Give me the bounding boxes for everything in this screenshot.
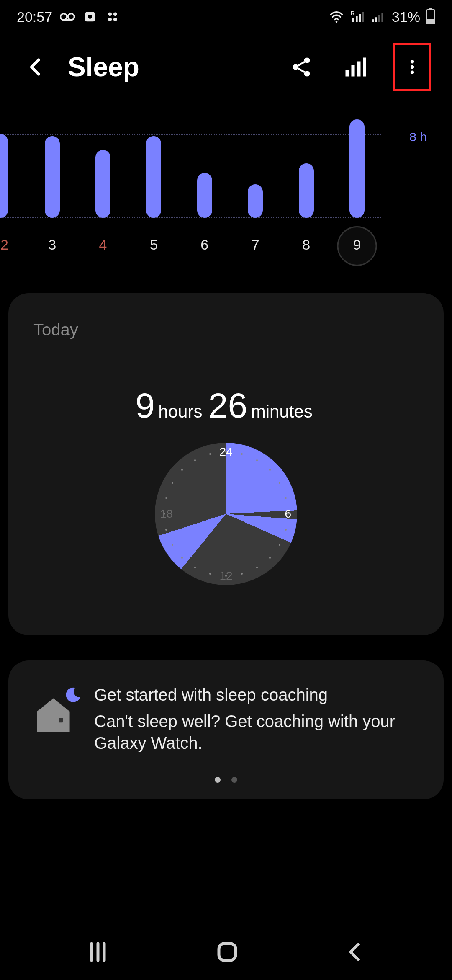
- svg-point-28: [411, 60, 414, 63]
- clock-tick: [194, 567, 196, 568]
- svg-point-20: [293, 64, 299, 70]
- svg-rect-12: [359, 14, 361, 22]
- sleep-minutes-unit: minutes: [249, 402, 317, 421]
- svg-point-4: [88, 15, 92, 19]
- status-left: 20:57: [17, 9, 120, 25]
- svg-point-29: [411, 65, 414, 69]
- svg-point-7: [108, 18, 112, 21]
- more-options-button[interactable]: [396, 45, 429, 89]
- svg-point-6: [113, 12, 117, 16]
- svg-rect-16: [375, 17, 377, 22]
- clock-tick: [256, 567, 258, 568]
- clock-label-18: 18: [160, 507, 173, 521]
- clock-tick: [165, 497, 167, 499]
- chart-bar: [146, 136, 161, 218]
- target-hours-label: 8 h: [409, 130, 427, 144]
- clock-tick: [165, 529, 167, 531]
- coaching-text: Get started with sleep coaching Can't sl…: [94, 686, 419, 754]
- total-sleep-time: 9 hours 26 minutes: [33, 385, 419, 426]
- chart-bar-slot[interactable]: [0, 113, 23, 218]
- voicemail-icon: [60, 9, 75, 24]
- status-time: 20:57: [17, 9, 52, 25]
- clock-tick: [209, 453, 211, 455]
- back-button[interactable]: [21, 52, 51, 82]
- coaching-row: Get started with sleep coaching Can't sl…: [33, 686, 419, 754]
- clock-label-6: 6: [285, 507, 291, 521]
- svg-rect-31: [59, 718, 63, 722]
- clock-tick: [181, 557, 183, 559]
- clock-tick: [241, 573, 243, 575]
- chart-bar-slot[interactable]: [81, 113, 125, 218]
- chart-bar-slot[interactable]: [285, 113, 328, 218]
- status-right: R 31%: [329, 9, 435, 25]
- svg-rect-10: [352, 18, 354, 22]
- clock-tick: [269, 557, 271, 559]
- app-bar: Sleep: [0, 34, 452, 101]
- svg-point-0: [61, 14, 67, 20]
- recents-button[interactable]: [85, 939, 110, 966]
- chart-bar: [45, 136, 60, 218]
- clock-ticks: [155, 443, 297, 585]
- battery-percent: 31%: [392, 9, 420, 25]
- chart-bar: [95, 150, 110, 218]
- clock-tick: [172, 482, 173, 484]
- chart-bar-slot[interactable]: [335, 113, 379, 218]
- clock-tick: [181, 469, 183, 471]
- chart-bar-slot[interactable]: [132, 113, 175, 218]
- back-nav-button[interactable]: [344, 941, 367, 965]
- svg-point-5: [108, 12, 112, 16]
- svg-line-22: [298, 62, 305, 66]
- svg-rect-25: [351, 65, 354, 77]
- battery-icon: [426, 9, 435, 24]
- chart-bars: [0, 113, 381, 218]
- wifi-icon: [329, 9, 344, 24]
- svg-rect-13: [362, 12, 364, 22]
- chart-bar: [349, 119, 365, 218]
- square-dot-icon: [82, 9, 98, 24]
- battery-fill: [427, 19, 434, 23]
- chart-bar-slot[interactable]: [31, 113, 74, 218]
- chart-bar-slot[interactable]: [183, 113, 226, 218]
- share-button[interactable]: [286, 52, 316, 82]
- moon-icon: [64, 686, 82, 703]
- sleep-hours-value: 9: [135, 386, 155, 425]
- sleep-hours-unit: hours: [157, 402, 206, 421]
- today-section-label: Today: [33, 320, 419, 339]
- system-nav-bar: [0, 926, 452, 980]
- page-dot[interactable]: [215, 777, 221, 783]
- svg-rect-15: [372, 19, 374, 22]
- svg-rect-17: [378, 15, 380, 22]
- svg-point-9: [336, 21, 338, 23]
- chart-x-label: 2: [0, 237, 23, 253]
- chart-x-label: 6: [183, 237, 226, 253]
- chart-x-label: 8: [285, 237, 328, 253]
- clock-tick: [279, 482, 280, 484]
- clock-tick: [209, 573, 211, 575]
- clock-label-24: 24: [219, 445, 232, 459]
- chart-plot-area: 8 h: [0, 113, 381, 218]
- stats-button[interactable]: [340, 52, 370, 82]
- page-indicator: [33, 777, 419, 783]
- svg-point-1: [68, 14, 74, 20]
- sleep-coaching-card[interactable]: Get started with sleep coaching Can't sl…: [8, 660, 444, 799]
- today-sleep-card[interactable]: Today 9 hours 26 minutes 24 6 12 18: [8, 293, 444, 635]
- weekly-sleep-chart[interactable]: 8 h 23456789: [0, 113, 452, 281]
- svg-rect-27: [363, 58, 366, 77]
- chart-bar-slot[interactable]: [234, 113, 277, 218]
- svg-rect-24: [346, 70, 349, 77]
- page-dot[interactable]: [231, 777, 237, 783]
- house-moon-icon: [33, 693, 73, 735]
- home-button[interactable]: [215, 939, 240, 966]
- svg-rect-26: [357, 62, 360, 77]
- chart-bar: [299, 163, 314, 218]
- sleep-minutes-value: 26: [208, 386, 247, 425]
- svg-rect-35: [219, 944, 236, 960]
- chart-x-label: 7: [234, 237, 277, 253]
- sleep-clock-chart: 24 6 12 18: [155, 443, 297, 585]
- chart-bar: [0, 134, 8, 218]
- dots-grid-icon: [105, 9, 120, 24]
- svg-point-21: [304, 71, 310, 77]
- coaching-title: Get started with sleep coaching: [94, 686, 419, 704]
- svg-rect-18: [381, 13, 383, 22]
- clock-label-12: 12: [219, 569, 232, 583]
